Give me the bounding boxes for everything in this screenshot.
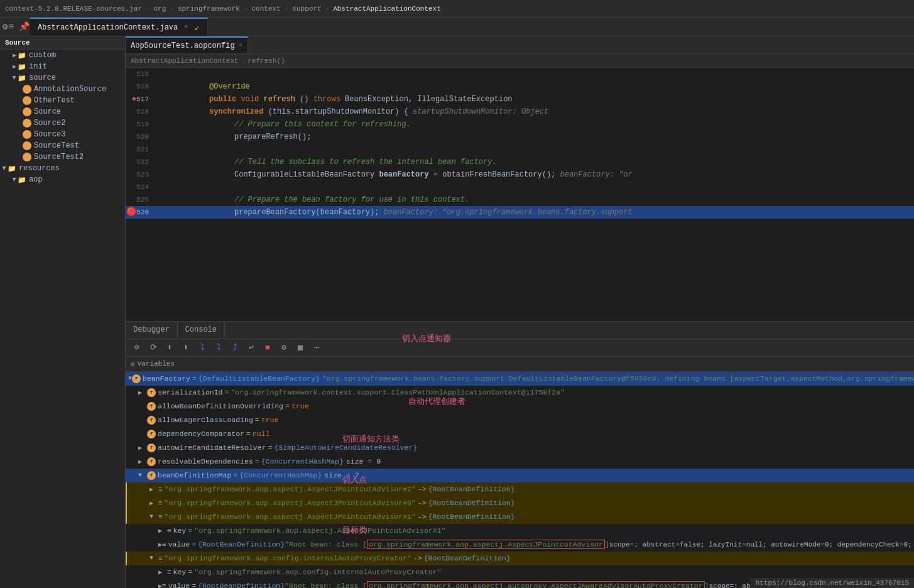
var-row-alloweager[interactable]: f allowEagerClassLoading = true bbox=[126, 413, 914, 427]
code-line-516: 516 @Override bbox=[126, 80, 914, 93]
source-refresh-label: refresh() bbox=[248, 57, 285, 65]
code-line-526: 🔴526 prepareBeanFactory(beanFactory); be… bbox=[126, 206, 914, 219]
step-out-btn[interactable]: ⤴ bbox=[229, 341, 241, 354]
expand-icon: ▶ bbox=[150, 486, 158, 493]
stop-btn[interactable]: ■ bbox=[261, 341, 274, 354]
tab-bar: ⚙ ≡ 📌 AbstractApplicationContext.java × … bbox=[0, 18, 914, 36]
line-number: 515 bbox=[126, 68, 154, 80]
restore-btn[interactable]: ⟳ bbox=[147, 341, 160, 354]
sidebar-item-label: Source2 bbox=[34, 119, 65, 128]
var-row-internalautoproxy[interactable]: ▼ ≡ "org.springframework.aop.config.inte… bbox=[126, 552, 914, 565]
chevron-icon: ▶ bbox=[11, 76, 18, 80]
sidebar-item-aop[interactable]: ▶ 📁 aop bbox=[0, 174, 125, 185]
variables-pane: ▼ f beanFactory = {DefaultListableBeanFa… bbox=[126, 372, 914, 589]
code-content bbox=[154, 68, 159, 80]
tab-debugger[interactable]: Debugger bbox=[126, 321, 178, 339]
line-number: 523 bbox=[126, 168, 154, 181]
field-icon: f bbox=[147, 444, 156, 452]
sidebar-item-label: OtherTest bbox=[34, 96, 75, 105]
var-row-serializationid[interactable]: ▶ f serializationId = "org.springframewo… bbox=[126, 386, 914, 400]
line-number: 516 bbox=[126, 80, 154, 93]
sidebar-item-source-test2[interactable]: SourceTest2 bbox=[0, 151, 125, 163]
expand-icon: ▼ bbox=[138, 472, 147, 479]
sidebar-item-source-test[interactable]: SourceTest bbox=[0, 140, 125, 151]
var-row-aspectj1-key[interactable]: ▶ ≡ key = "org.springframework.aop.aspec… bbox=[126, 524, 914, 538]
method-refresh: refresh bbox=[263, 95, 295, 104]
rerun-btn[interactable]: ↩ bbox=[245, 341, 258, 354]
close-aop-tab-icon[interactable]: × bbox=[239, 42, 242, 49]
download-btn[interactable]: ⬇ bbox=[163, 341, 176, 354]
sidebar-item-source[interactable]: ▶ 📁 source bbox=[0, 72, 125, 84]
debug-tab-label: Debugger bbox=[133, 325, 170, 334]
more-btn[interactable]: ⋯ bbox=[310, 341, 323, 354]
var-row-allowbeandefinition[interactable]: f allowBeanDefinitionOverriding = true bbox=[126, 400, 914, 413]
code-content: @Override bbox=[154, 80, 250, 93]
breadcrumb-support: support bbox=[292, 5, 321, 13]
var-row-resolvabledeps[interactable]: ▶ f resolvableDependencies = {Concurrent… bbox=[126, 455, 914, 469]
chevron-icon: ▶ bbox=[11, 178, 18, 182]
sidebar-item-annotation-source[interactable]: AnnotationSource bbox=[0, 84, 125, 95]
sidebar-item-source3[interactable]: Source3 bbox=[0, 129, 125, 140]
code-line-522: 522 // Tell the subclass to refresh the … bbox=[126, 156, 914, 168]
sidebar-item-other-test[interactable]: OtherTest bbox=[0, 95, 125, 106]
code-content: prepareRefresh(); bbox=[154, 131, 311, 143]
close-icon[interactable]: × bbox=[184, 24, 188, 31]
tab-list-icon[interactable]: ≡ bbox=[9, 22, 14, 32]
pin-icon[interactable]: 📌 bbox=[19, 21, 30, 32]
step-into-btn[interactable]: ⤵ bbox=[212, 341, 225, 354]
file-icon-orange bbox=[23, 153, 31, 161]
var-row-depcomparator[interactable]: f dependencyComparator = null bbox=[126, 427, 914, 441]
var-row-aspectj1-value[interactable]: ▶ ≡ value = {RootBeanDefinition} "Root b… bbox=[126, 538, 914, 552]
var-row-beandefinitionmap[interactable]: ▼ f beanDefinitionMap = {ConcurrentHashM… bbox=[126, 469, 914, 482]
line-number: 524 bbox=[126, 181, 154, 193]
debug-toolbar: ⊘ ⟳ ⬇ ⬆ ⤵ ⤵ ⤴ ↩ ■ ⚙ ▦ ⋯ bbox=[126, 339, 914, 357]
filter-btn[interactable]: ⊘ bbox=[131, 341, 143, 354]
tab-aopsourcetest[interactable]: AopSourceTest.aopconfig × bbox=[126, 36, 248, 53]
code-line-517: ●517 public void refresh () throws Beans… bbox=[126, 93, 914, 106]
expand-icon: ▶ bbox=[150, 499, 158, 507]
code-content: // Prepare the bean factory for use in t… bbox=[154, 193, 469, 206]
chevron-icon: ▶ bbox=[13, 52, 16, 59]
breadcrumb-org: org bbox=[153, 5, 166, 13]
sidebar-item-label: source bbox=[29, 74, 56, 82]
folder-icon: 📁 bbox=[18, 63, 26, 71]
source-context-label: AbstractApplicationContext bbox=[131, 57, 239, 65]
var-row-autowire[interactable]: ▶ f autowireCandidateResolver = {SimpleA… bbox=[126, 441, 914, 455]
var-row-beanfactory[interactable]: ▼ f beanFactory = {DefaultListableBeanFa… bbox=[126, 372, 914, 386]
var-row-aspectj2[interactable]: ▶ ≡ "org.springframework.aop.aspectj.Asp… bbox=[126, 482, 914, 496]
section-filter-icon[interactable]: ⊘ bbox=[131, 360, 135, 368]
folder-icon: 📁 bbox=[8, 165, 16, 173]
sidebar-item-init[interactable]: ▶ 📁 init bbox=[0, 61, 125, 72]
code-content: synchronized (this.startupShutdownMonito… bbox=[154, 106, 548, 118]
upload-btn[interactable]: ⬆ bbox=[180, 341, 192, 354]
line-number: 519 bbox=[126, 118, 154, 131]
line-number: 🔴526 bbox=[126, 206, 154, 219]
sidebar-item-resources[interactable]: ▶ 📁 resources bbox=[0, 163, 125, 174]
step-over-btn[interactable]: ⤵ bbox=[196, 341, 209, 354]
expand-icon: ▶ bbox=[138, 389, 147, 396]
field-icon: f bbox=[147, 388, 156, 397]
tab-abstract-context[interactable]: AbstractApplicationContext.java × ↙ bbox=[30, 18, 208, 36]
var-row-internalautoproxy-key[interactable]: ▶ ≡ key = "org.springframework.aop.confi… bbox=[126, 565, 914, 579]
tab-console[interactable]: Console bbox=[178, 321, 225, 339]
sidebar-item-label: custom bbox=[29, 51, 56, 60]
code-content: public void refresh () throws BeansExcep… bbox=[154, 93, 513, 106]
secondary-tab-bar: AopSourceTest.aopconfig × bbox=[126, 36, 914, 54]
var-row-aspectj1[interactable]: ▼ ≡ "org.springframework.aop.aspectj.Asp… bbox=[126, 510, 914, 524]
code-line-520: 520 prepareRefresh(); bbox=[126, 131, 914, 143]
field-icon: f bbox=[147, 402, 156, 411]
sidebar-item-custom[interactable]: ▶ 📁 custom bbox=[0, 50, 125, 61]
settings-btn[interactable]: ⚙ bbox=[278, 341, 290, 354]
sidebar-item-label: AnnotationSource bbox=[34, 85, 106, 94]
main-layout: Source ▶ 📁 custom ▶ 📁 init ▶ 📁 source An… bbox=[0, 36, 914, 588]
file-icon-orange bbox=[23, 85, 31, 94]
sidebar-item-source-file[interactable]: Source bbox=[0, 106, 125, 117]
sidebar-item-source2[interactable]: Source2 bbox=[0, 117, 125, 129]
variables-section-header: ⊘ Variables bbox=[126, 357, 914, 372]
url-text: https://blog.csdn.net/weixin_43767015 bbox=[756, 579, 909, 587]
var-row-aspectj0[interactable]: ▶ ≡ "org.springframework.aop.aspectj.Asp… bbox=[126, 496, 914, 510]
table-view-btn[interactable]: ▦ bbox=[294, 341, 307, 354]
debug-tabs-bar: Debugger Console bbox=[126, 322, 914, 339]
sidebar-title: Source bbox=[5, 39, 30, 46]
chevron-icon: ▶ bbox=[13, 63, 16, 70]
